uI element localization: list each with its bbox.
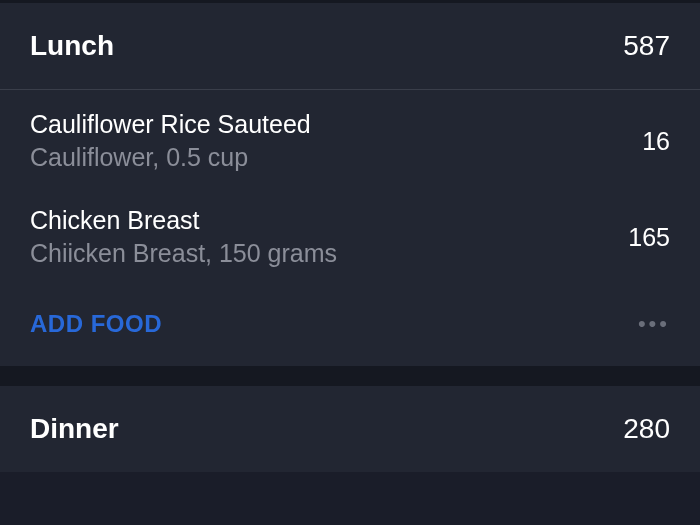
food-item-info: Chicken Breast Chiicken Breast, 150 gram… [30, 206, 337, 268]
food-name: Cauliflower Rice Sauteed [30, 110, 311, 139]
lunch-section: Lunch 587 Cauliflower Rice Sauteed Cauli… [0, 3, 700, 366]
lunch-title: Lunch [30, 30, 114, 62]
food-calories: 165 [628, 223, 670, 252]
lunch-actions: ADD FOOD ••• [0, 282, 700, 366]
lunch-header[interactable]: Lunch 587 [0, 3, 700, 90]
dinner-section: Dinner 280 [0, 386, 700, 472]
food-item-info: Cauliflower Rice Sauteed Cauliflower, 0.… [30, 110, 311, 172]
section-divider [0, 366, 700, 386]
food-details: Cauliflower, 0.5 cup [30, 143, 311, 172]
food-item[interactable]: Cauliflower Rice Sauteed Cauliflower, 0.… [0, 90, 700, 186]
dinner-title: Dinner [30, 413, 119, 445]
food-calories: 16 [642, 127, 670, 156]
dinner-total-calories: 280 [623, 413, 670, 445]
lunch-total-calories: 587 [623, 30, 670, 62]
more-options-icon[interactable]: ••• [638, 311, 670, 337]
food-name: Chicken Breast [30, 206, 337, 235]
food-item[interactable]: Chicken Breast Chiicken Breast, 150 gram… [0, 186, 700, 282]
dinner-header[interactable]: Dinner 280 [0, 386, 700, 472]
food-details: Chiicken Breast, 150 grams [30, 239, 337, 268]
add-food-button[interactable]: ADD FOOD [30, 310, 162, 338]
